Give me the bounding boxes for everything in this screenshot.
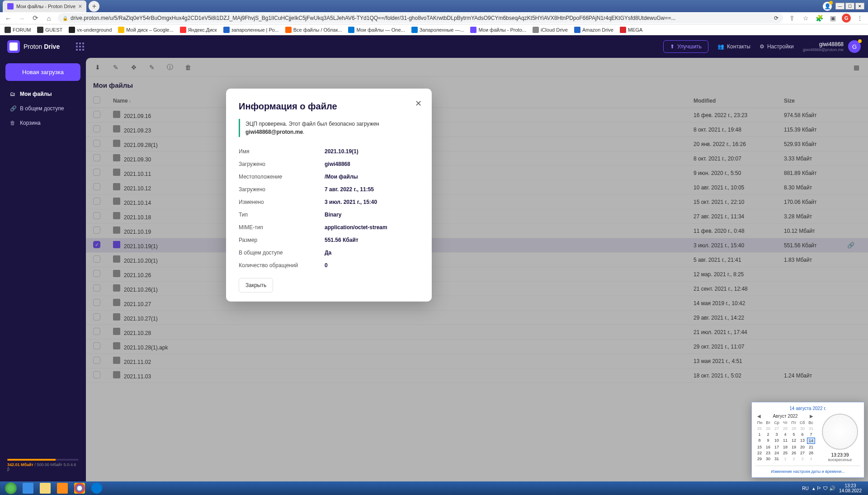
bookmark-item[interactable]: Мои файлы — One... <box>348 27 405 33</box>
table-row[interactable]: 2021.10.2714 мая 2019 г., 10:42 <box>86 296 868 311</box>
calendar-day[interactable]: 30 <box>764 456 772 462</box>
row-checkbox[interactable] <box>93 313 100 321</box>
bookmark-item[interactable]: iCloud Drive <box>533 27 568 33</box>
bookmark-item[interactable]: FORUM <box>5 27 31 33</box>
calendar-day[interactable]: 29 <box>755 456 764 462</box>
share-icon[interactable]: ⇪ <box>788 14 797 22</box>
bookmark-item[interactable]: Все файлы / Облак... <box>285 27 342 33</box>
column-modified[interactable]: Modified <box>693 98 784 104</box>
table-row[interactable]: 2021.10.2821 июл. 2021 г., 17:44 <box>86 325 868 339</box>
calendar-day[interactable]: 27 <box>798 450 807 456</box>
taskbar-edge-icon[interactable] <box>89 482 105 494</box>
upgrade-button[interactable]: ⬆ Улучшить <box>663 40 708 53</box>
row-checkbox[interactable] <box>93 169 100 176</box>
share-link-icon[interactable]: ✎ <box>111 64 120 71</box>
calendar-grid[interactable]: ◀ Август 2022 ▶ ПнВтСрЧтПтСбВс 252627282… <box>755 414 815 462</box>
calendar-day[interactable]: 2 <box>790 456 798 462</box>
maximize-button[interactable]: ☐ <box>845 3 854 9</box>
calendar-day[interactable]: 13 <box>798 438 807 444</box>
calendar-day[interactable]: 3 <box>773 432 781 437</box>
bookmark-item[interactable]: запароленные | Ро... <box>223 27 279 33</box>
row-checkbox[interactable] <box>93 255 100 263</box>
move-icon[interactable]: ✥ <box>129 64 138 71</box>
row-checkbox[interactable] <box>93 371 100 378</box>
calendar-day[interactable]: 31 <box>773 456 781 462</box>
bookmark-item[interactable]: vx-underground <box>69 27 112 33</box>
contacts-link[interactable]: 👥 Контакты <box>717 43 750 50</box>
home-icon[interactable]: ⌂ <box>44 14 53 22</box>
row-checkbox[interactable] <box>93 111 100 118</box>
layout-icon[interactable]: ▦ <box>852 64 861 71</box>
bookmark-item[interactable]: GUEST <box>37 27 62 33</box>
row-checkbox[interactable] <box>93 270 100 277</box>
calendar-day[interactable]: 23 <box>764 450 772 456</box>
modal-close-icon[interactable]: ✕ <box>415 99 422 108</box>
new-tab-button[interactable]: + <box>89 1 99 12</box>
calendar-day[interactable]: 28 <box>781 426 789 431</box>
row-checkbox[interactable] <box>93 328 100 335</box>
calendar-day[interactable]: 21 <box>807 444 815 450</box>
table-row[interactable]: 2021.10.1911 фев. 2020 г., 0:4810.12 Мба… <box>86 224 868 238</box>
taskbar-explorer-icon[interactable] <box>37 482 53 494</box>
calendar-day[interactable]: 14 <box>807 438 815 444</box>
calendar-day[interactable]: 26 <box>764 426 772 431</box>
table-row[interactable]: 2021.10.27(1)29 авг. 2021 г., 14:22 <box>86 311 868 325</box>
calendar-day[interactable]: 26 <box>790 450 798 456</box>
calendar-day[interactable]: 1 <box>755 432 764 437</box>
tray-icons[interactable]: ▴ 🏳 🛡 🔊 <box>812 486 835 491</box>
table-row[interactable]: 2021.09.1616 фев. 2022 г., 23:23974.58 К… <box>86 108 868 123</box>
calendar-day[interactable]: 25 <box>781 450 789 456</box>
calendar-day[interactable]: 25 <box>755 426 764 431</box>
row-checkbox[interactable] <box>93 299 100 306</box>
sync-icon[interactable]: ⟳ <box>774 15 778 21</box>
calendar-day[interactable]: 22 <box>755 450 764 456</box>
select-all-checkbox[interactable] <box>93 96 100 104</box>
browser-tab[interactable]: Мои файлы - Proton Drive × <box>3 0 86 12</box>
calendar-day[interactable]: 27 <box>773 426 781 431</box>
profile-avatar[interactable]: 👤 <box>823 2 832 11</box>
next-month-icon[interactable]: ▶ <box>808 414 815 419</box>
extensions-icon[interactable]: 🧩 <box>815 14 824 22</box>
taskbar-chrome-icon[interactable] <box>71 482 88 494</box>
rename-icon[interactable]: ✎ <box>147 64 156 71</box>
tray-clock[interactable]: 13:23 14.08.2022 <box>839 483 862 493</box>
table-row[interactable]: 2021.10.2612 мар. 2021 г., 8:25 <box>86 267 868 282</box>
bookmark-item[interactable]: Яндекс.Диск <box>180 27 217 33</box>
column-size[interactable]: Size <box>784 98 847 104</box>
profile-button[interactable]: G <box>842 14 851 23</box>
calendar-day[interactable]: 16 <box>764 444 772 450</box>
download-icon[interactable]: ⬇ <box>93 64 102 71</box>
sidebar-item[interactable]: 🗑Корзина <box>5 116 80 130</box>
table-row[interactable]: 2021.09.308 окт. 2021 г., 20:073.33 Мбай… <box>86 151 868 166</box>
apps-grid-icon[interactable] <box>76 42 84 51</box>
settings-link[interactable]: ⚙ Настройки <box>760 43 794 50</box>
row-checkbox[interactable] <box>93 154 100 161</box>
calendar-day[interactable]: 17 <box>773 444 781 450</box>
reload-icon[interactable]: ⟳ <box>31 14 40 22</box>
sidebar-item[interactable]: 🗂Мои файлы <box>5 87 80 101</box>
back-icon[interactable]: ← <box>4 14 13 22</box>
row-checkbox[interactable] <box>93 342 100 349</box>
modal-close-button[interactable]: Закрыть <box>239 278 273 292</box>
row-checkbox[interactable] <box>93 284 100 292</box>
calendar-day[interactable]: 5 <box>790 432 798 437</box>
table-row[interactable]: 2021.10.1827 авг. 2021 г., 11:343.28 Мба… <box>86 209 868 224</box>
date-settings-link[interactable]: Изменение настроек даты и времени... <box>771 469 844 474</box>
table-row[interactable]: 2021.10.28(1).apk29 окт. 2021 г., 11:07 <box>86 339 868 354</box>
bookmark-item[interactable]: Мой диск – Google... <box>118 27 173 33</box>
calendar-day[interactable]: 24 <box>773 450 781 456</box>
table-row[interactable]: 2021.10.1415 окт. 2021 г., 22:10170.06 К… <box>86 195 868 209</box>
bookmark-item[interactable]: MEGA <box>620 27 642 33</box>
calendar-day[interactable]: 30 <box>798 426 807 431</box>
tray-lang[interactable]: RU <box>802 486 808 491</box>
table-row[interactable]: 2021.11.0213 мая 2021 г., 4:51 <box>86 354 868 368</box>
row-checkbox[interactable] <box>93 241 100 248</box>
calendar-day[interactable]: 2 <box>764 432 772 437</box>
forward-icon[interactable]: → <box>17 14 26 22</box>
delete-icon[interactable]: 🗑 <box>184 64 193 71</box>
table-row[interactable]: 2021.10.26(1)21 сент. 2021 г., 12:48 <box>86 282 868 296</box>
calendar-day[interactable]: 4 <box>781 432 789 437</box>
bookmark-item[interactable]: Amazon Drive <box>574 27 613 33</box>
table-row[interactable]: 2021.11.0318 окт. 2021 г., 5:021.24 Мбай… <box>86 368 868 383</box>
calendar-day[interactable]: 15 <box>755 444 764 450</box>
